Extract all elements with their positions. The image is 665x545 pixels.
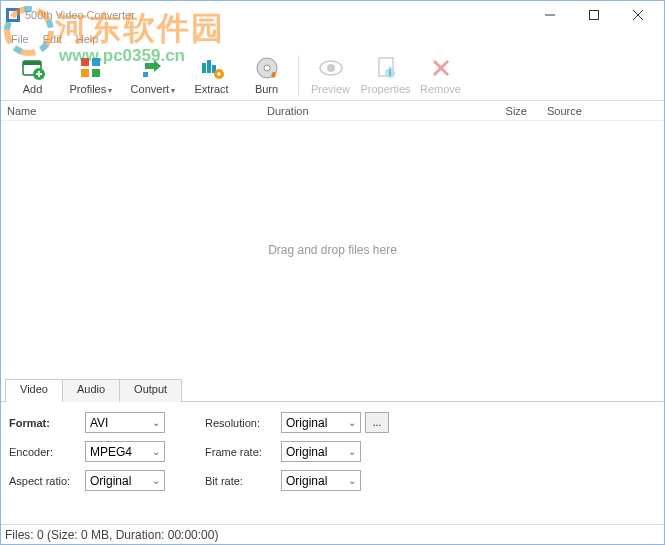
preview-icon (318, 55, 344, 81)
drop-zone[interactable]: Drag and drop files here (1, 121, 664, 379)
tab-output[interactable]: Output (119, 379, 182, 402)
extract-label: Extract (194, 83, 228, 95)
svg-rect-12 (92, 58, 100, 66)
svg-text:i: i (388, 65, 391, 79)
toolbar-separator (298, 55, 299, 95)
burn-icon (254, 55, 280, 81)
burn-label: Burn (255, 83, 278, 95)
menu-file[interactable]: File (5, 31, 35, 47)
col-source[interactable]: Source (547, 105, 658, 117)
video-panel: Format: AVI Encoder: MPEG4 Aspect ratio:… (1, 401, 664, 511)
remove-label: Remove (420, 83, 461, 95)
resolution-select[interactable]: Original (281, 412, 361, 433)
app-icon (5, 7, 21, 23)
svg-point-21 (264, 65, 270, 71)
resolution-label: Resolution: (205, 417, 277, 429)
profiles-icon (78, 55, 104, 81)
panel-col-left: Format: AVI Encoder: MPEG4 Aspect ratio:… (9, 412, 165, 501)
maximize-button[interactable] (572, 1, 616, 29)
window-controls (528, 1, 660, 29)
tabs: Video Audio Output (1, 379, 664, 402)
convert-button[interactable]: Convert (122, 51, 184, 99)
framerate-select[interactable]: Original (281, 441, 361, 462)
titlebar: 500th Video Converter (1, 1, 664, 29)
tab-video[interactable]: Video (5, 379, 63, 402)
profiles-label: Profiles (70, 83, 113, 95)
svg-rect-7 (23, 61, 41, 65)
status-bar: Files: 0 (Size: 0 MB, Duration: 00:00:00… (1, 524, 664, 544)
svg-rect-1 (9, 11, 17, 19)
preview-button[interactable]: Preview (303, 51, 358, 99)
remove-icon (428, 55, 454, 81)
svg-point-23 (327, 64, 335, 72)
add-icon (20, 55, 46, 81)
add-button[interactable]: Add (5, 51, 60, 99)
aspect-select[interactable]: Original (85, 470, 165, 491)
col-duration[interactable]: Duration (267, 105, 467, 117)
col-size[interactable]: Size (467, 105, 547, 117)
svg-rect-14 (92, 69, 100, 77)
encoder-label: Encoder: (9, 446, 81, 458)
tab-audio[interactable]: Audio (62, 379, 120, 402)
status-text: Files: 0 (Size: 0 MB, Duration: 00:00:00… (5, 528, 218, 542)
encoder-select[interactable]: MPEG4 (85, 441, 165, 462)
window-title: 500th Video Converter (25, 9, 528, 21)
menu-help[interactable]: Help (70, 31, 105, 47)
menubar: File Edit Help (1, 29, 664, 49)
svg-rect-3 (590, 11, 599, 20)
col-name[interactable]: Name (7, 105, 267, 117)
format-select[interactable]: AVI (85, 412, 165, 433)
remove-button[interactable]: Remove (413, 51, 468, 99)
menu-edit[interactable]: Edit (37, 31, 68, 47)
svg-rect-11 (81, 58, 89, 66)
bitrate-select[interactable]: Original (281, 470, 361, 491)
minimize-button[interactable] (528, 1, 572, 29)
properties-button[interactable]: i Properties (358, 51, 413, 99)
burn-button[interactable]: Burn (239, 51, 294, 99)
aspect-label: Aspect ratio: (9, 475, 81, 487)
list-header: Name Duration Size Source (1, 101, 664, 121)
svg-rect-17 (207, 60, 211, 73)
extract-icon (199, 55, 225, 81)
convert-label: Convert (131, 83, 176, 95)
extract-button[interactable]: Extract (184, 51, 239, 99)
bitrate-label: Bit rate: (205, 475, 277, 487)
profiles-button[interactable]: Profiles (60, 51, 122, 99)
add-label: Add (23, 83, 43, 95)
format-label: Format: (9, 417, 81, 429)
convert-icon (140, 55, 166, 81)
panel-col-right: Resolution: Original ... Frame rate: Ori… (205, 412, 389, 501)
svg-rect-13 (81, 69, 89, 77)
svg-rect-15 (143, 72, 148, 77)
properties-label: Properties (360, 83, 410, 95)
framerate-label: Frame rate: (205, 446, 277, 458)
svg-rect-16 (202, 63, 206, 73)
close-button[interactable] (616, 1, 660, 29)
toolbar: Add Profiles Convert Extract Burn Previe… (1, 49, 664, 101)
resolution-more-button[interactable]: ... (365, 412, 389, 433)
drop-hint: Drag and drop files here (268, 243, 397, 257)
properties-icon: i (373, 55, 399, 81)
preview-label: Preview (311, 83, 350, 95)
